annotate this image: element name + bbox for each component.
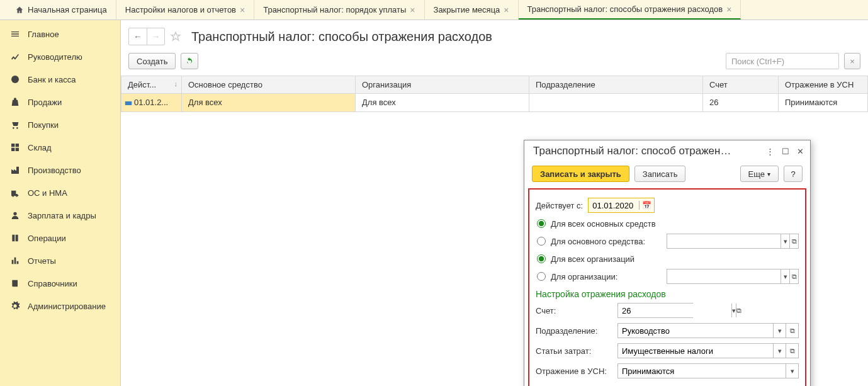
star-icon[interactable] [170,31,181,42]
date-field[interactable]: 📅 [588,198,655,213]
tab-home[interactable]: Начальная страница [6,0,116,20]
radio-all-orgs-label: Для всех организаций [551,254,634,264]
tab-tax-settings[interactable]: Настройки налогов и отчетов × [116,0,254,20]
sidebar-label: Справочники [28,279,77,288]
sidebar-item-purchases[interactable]: Покупки [0,113,120,136]
help-button[interactable]: ? [784,166,803,182]
tab-close-icon[interactable]: × [504,5,509,15]
col-subdiv[interactable]: Подразделение [529,76,703,94]
sidebar-item-salary[interactable]: Зарплата и кадры [0,204,120,227]
usn-select[interactable]: ▾ [617,363,799,378]
org-select-input[interactable] [667,270,781,283]
usn-input[interactable] [618,364,786,378]
tab-close-icon[interactable]: × [726,4,731,14]
table-row[interactable]: 01.01.2... Для всех Для всех 26 Принимаю… [121,94,868,112]
sidebar-item-warehouse[interactable]: Склад [0,136,120,159]
cost-select[interactable]: ▾⧉ [617,343,799,358]
data-table: Дейст...↓ Основное средство Организация … [121,76,868,112]
save-close-button[interactable]: Записать и закрыть [532,166,629,182]
dialog-titlebar[interactable]: Транспортный налог: способ отражен… ⋮ ☐ … [524,140,810,162]
sidebar-item-reports[interactable]: Отчеты [0,249,120,272]
sidebar-label: Банк и касса [28,75,76,84]
col-account[interactable]: Счет [703,76,779,94]
org-select[interactable]: ▾⧉ [667,269,799,284]
asset-select[interactable]: ▾⧉ [667,234,799,249]
asset-select-input[interactable] [667,234,781,248]
subdiv-input[interactable] [618,324,773,338]
usn-label: Отражение в УСН: [536,366,617,376]
open-icon[interactable]: ⧉ [789,234,798,248]
col-org[interactable]: Организация [356,76,529,94]
open-icon[interactable]: ⧉ [789,270,798,283]
more-button[interactable]: Еще ▾ [740,166,779,182]
sidebar-item-catalogs[interactable]: Справочники [0,272,120,295]
bar-chart-icon [10,256,20,266]
save-button[interactable]: Записать [634,166,686,182]
chevron-down-icon[interactable]: ▾ [786,364,798,378]
radio-all-orgs[interactable] [537,254,546,263]
sidebar-item-sales[interactable]: Продажи [0,91,120,113]
sidebar-item-operations[interactable]: Операции [0,227,120,249]
open-icon[interactable]: ⧉ [786,344,798,358]
radio-one-asset[interactable] [537,237,546,246]
forward-button[interactable]: → [147,28,164,45]
sidebar-item-production[interactable]: Производство [0,159,120,181]
truck-icon [10,188,20,198]
tab-close-icon[interactable]: × [240,5,245,15]
ruble-icon [10,74,20,84]
subdiv-select[interactable]: ▾⧉ [617,323,799,338]
date-input[interactable] [589,198,639,212]
sidebar-item-assets[interactable]: ОС и НМА [0,181,120,204]
refresh-button[interactable] [181,53,198,69]
sidebar-item-bank[interactable]: Банк и касса [0,68,120,91]
sidebar-label: Администрирование [28,302,106,311]
search-input[interactable]: Поиск (Ctrl+F) [726,53,839,69]
col-asset[interactable]: Основное средство [182,76,356,94]
sidebar-item-main[interactable]: Главное [0,23,120,45]
create-button[interactable]: Создать [128,53,176,69]
chevron-down-icon[interactable]: ▾ [781,234,789,248]
tab-transport-payment[interactable]: Транспортный налог: порядок уплаты × [254,0,424,20]
sidebar-label: Главное [28,30,59,39]
open-icon[interactable]: ⧉ [786,324,798,338]
tab-close-icon[interactable]: × [410,5,415,15]
sidebar-label: Отчеты [28,256,56,266]
account-select[interactable]: ▾⧉ [617,303,693,318]
account-input[interactable] [618,304,731,317]
chevron-down-icon[interactable]: ▾ [731,304,736,317]
close-icon[interactable]: ✕ [797,147,804,156]
radio-all-assets[interactable] [537,219,546,228]
radio-one-org-label: Для организации: [551,272,617,281]
tab-transport-expenses[interactable]: Транспортный налог: способы отражения ра… [519,0,741,20]
subdiv-label: Подразделение: [536,326,617,336]
col-usn[interactable]: Отражение в УСН [779,76,868,94]
tab-month-closing[interactable]: Закрытие месяца × [425,0,519,20]
sidebar-item-manager[interactable]: Руководителю [0,45,120,68]
chevron-down-icon[interactable]: ▾ [773,344,786,358]
window-restore-icon[interactable]: ☐ [782,147,789,156]
factory-icon [10,165,20,175]
clear-search-button[interactable]: × [844,53,860,69]
svg-rect-1 [125,101,132,105]
back-button[interactable]: ← [129,28,147,45]
chart-line-icon [10,52,20,62]
col-date[interactable]: Дейст...↓ [121,76,182,94]
chevron-down-icon[interactable]: ▾ [773,324,786,338]
tab-label: Закрытие месяца [434,5,500,14]
tab-label: Настройки налогов и отчетов [125,5,236,14]
cell-asset: Для всех [182,94,356,112]
content-area: ← → Транспортный налог: способы отражени… [121,20,868,386]
radio-one-asset-label: Для основного средства: [551,237,645,246]
sidebar-label: Руководителю [28,52,82,62]
cell-account: 26 [703,94,779,112]
dialog-body: Действует с: 📅 Для всех основных средств… [528,188,806,386]
sidebar-item-admin[interactable]: Администрирование [0,295,120,317]
open-icon[interactable]: ⧉ [736,304,741,317]
cost-input[interactable] [618,344,773,358]
radio-one-org[interactable] [537,272,546,281]
cart-icon [10,120,20,130]
calendar-icon[interactable]: 📅 [639,201,654,210]
more-menu-icon[interactable]: ⋮ [766,147,774,156]
chevron-down-icon[interactable]: ▾ [781,270,789,283]
bag-icon [10,97,20,107]
